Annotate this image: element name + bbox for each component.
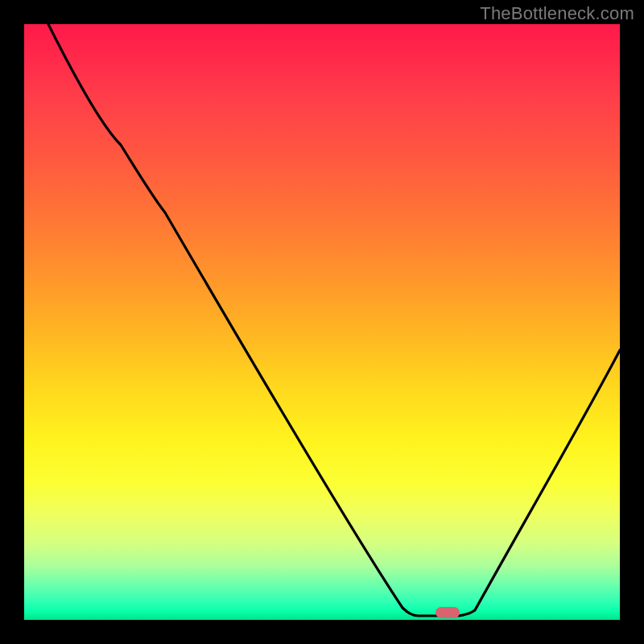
watermark-text: TheBottleneck.com [480, 3, 634, 24]
bottleneck-curve [24, 24, 620, 620]
optimal-point-marker [436, 607, 460, 618]
plot-area [24, 24, 620, 620]
